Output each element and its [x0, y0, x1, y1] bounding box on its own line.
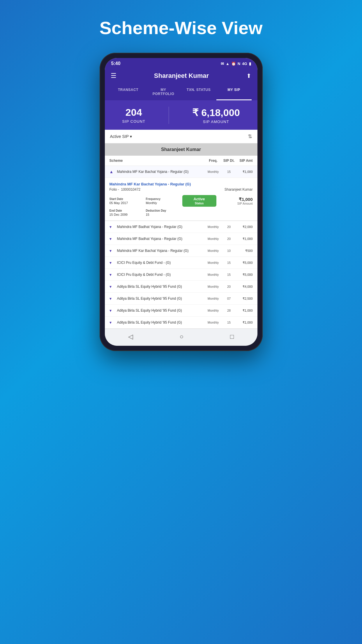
sip-dt: 15 — [223, 170, 236, 173]
deduction-day-value: 15 — [146, 213, 180, 216]
scheme-name: Mahindra MF Badhat Yojana - Regular (G) — [117, 225, 204, 229]
table-row[interactable]: ▾ Aditya Birla SL Equity Hybrid '95 Fund… — [105, 293, 257, 305]
chevron-down-icon: ▾ — [110, 272, 116, 277]
freq: Monthly — [205, 273, 221, 276]
sip-amt: ₹500 — [237, 249, 253, 253]
table-row[interactable]: ▲ Mahindra MF Kar Bachat Yojana - Regula… — [105, 166, 257, 178]
chevron-down-icon: ▾ — [110, 284, 116, 289]
sip-list: ▲ Mahindra MF Kar Bachat Yojana - Regula… — [105, 166, 257, 329]
share-icon[interactable]: ⬆ — [246, 72, 251, 79]
sort-icon[interactable]: ⇅ — [248, 133, 252, 140]
sip-amt: ₹1,000 — [237, 309, 253, 313]
recent-button[interactable]: □ — [230, 333, 234, 341]
sip-stat-divider — [169, 107, 169, 124]
scheme-name: Aditya Birla SL Equity Hybrid '95 Fund (… — [117, 320, 204, 324]
sip-count-value: 204 — [122, 107, 145, 118]
th-scheme: Scheme — [110, 159, 204, 163]
tab-transact[interactable]: TRANSACT — [111, 85, 146, 100]
filter-bar: Active SIP ▾ ⇅ — [105, 130, 257, 143]
header-title: Sharanjeet Kumar — [154, 72, 209, 80]
phone-screen: 5:40 ✉ ▲ ⏰ N 4G ▮ ☰ Sharanjeet Kumar ⬆ T… — [105, 58, 257, 346]
filter-label[interactable]: Active SIP ▾ — [110, 134, 132, 139]
sip-amt: ₹5,000 — [237, 273, 253, 277]
sip-amt: ₹2,500 — [237, 297, 253, 301]
status-time: 5:40 — [111, 61, 121, 66]
th-sip-dt: SIP Dt. — [223, 159, 236, 163]
scheme-name: Mahindra MF Kar Bachat Yojana - Regular … — [117, 170, 204, 174]
scheme-title-expanded: Mahindra MF Kar Bachat Yojana - Regular … — [110, 182, 253, 186]
investor-name-bar: Sharanjeet Kumar — [105, 143, 257, 156]
scheme-name: ICICI Pru Equity & Debt Fund - (G) — [117, 261, 204, 265]
sip-amount-value: ₹ 6,18,000 — [192, 107, 240, 118]
chevron-down-icon: ▾ — [110, 236, 116, 241]
table-row[interactable]: ▾ Aditya Birla SL Equity Hybrid '95 Fund… — [105, 305, 257, 317]
chevron-down-icon: ▾ — [110, 260, 116, 265]
sip-amount-stat: ₹ 6,18,000 SIP AMOUNT — [192, 107, 240, 124]
chevron-up-icon: ▲ — [110, 169, 116, 174]
th-freq: Freq. — [205, 159, 221, 163]
table-row[interactable]: ▾ Mahindra MF Kar Bachat Yojana - Regula… — [105, 245, 257, 257]
freq: Monthly — [205, 285, 221, 288]
table-row[interactable]: ▾ ICICI Pru Equity & Debt Fund - (G) Mon… — [105, 257, 257, 269]
chevron-down-icon: ▾ — [110, 224, 116, 229]
detail-grid: Start Date 05 May 2017 Frequency Monthly… — [110, 195, 253, 216]
signal-icon: 4G — [242, 62, 247, 66]
scheme-name: Mahindra MF Badhat Yojana - Regular (G) — [117, 237, 204, 241]
filter-text: Active SIP — [110, 134, 129, 139]
sip-dt: 20 — [223, 225, 236, 229]
scheme-name: Mahindra MF Kar Bachat Yojana - Regular … — [117, 249, 204, 253]
back-button[interactable]: ◁ — [128, 333, 133, 341]
active-status-text: Active — [186, 197, 213, 201]
chevron-down-icon: ▾ — [110, 308, 116, 313]
app-header: ☰ Sharanjeet Kumar ⬆ TRANSACT MY PORTFOL… — [105, 68, 257, 100]
table-row[interactable]: ▾ Mahindra MF Badhat Yojana - Regular (G… — [105, 233, 257, 245]
battery-icon: ▮ — [249, 62, 251, 66]
alarm-icon: ⏰ — [231, 62, 236, 66]
sip-dt: 07 — [223, 297, 236, 300]
scheme-name: ICICI Pru Equity & Debt Fund - (G) — [117, 273, 204, 277]
sip-dt: 28 — [223, 309, 236, 312]
sip-amt: ₹2,000 — [237, 225, 253, 229]
scheme-name: Aditya Birla SL Equity Hybrid '95 Fund (… — [117, 308, 204, 313]
table-row[interactable]: ▾ Aditya Birla SL Equity Hybrid '95 Fund… — [105, 317, 257, 329]
sip-amount-display: ₹1,000 — [219, 197, 253, 202]
sip-amt: ₹5,000 — [237, 261, 253, 265]
deduction-day-cell: Deduction Day 15 — [146, 209, 180, 216]
end-date-value: 15 Dec 2099 — [110, 213, 144, 216]
freq: Monthly — [205, 309, 221, 312]
sip-summary: 204 SIP COUNT ₹ 6,18,000 SIP AMOUNT — [105, 100, 257, 130]
active-badge: Active Status — [182, 195, 216, 207]
sip-dt: 20 — [223, 237, 236, 241]
table-row[interactable]: ▾ ICICI Pru Equity & Debt Fund - (G) Mon… — [105, 269, 257, 281]
sip-amt: ₹1,000 — [237, 170, 253, 174]
end-date-cell: End Date 15 Dec 2099 — [110, 209, 144, 216]
tab-my-sip[interactable]: MY SIP — [216, 85, 252, 100]
sip-dt: 15 — [223, 273, 236, 276]
start-date-value: 05 May 2017 — [110, 201, 144, 205]
freq: Monthly — [205, 225, 221, 229]
freq: Monthly — [205, 237, 221, 241]
table-row[interactable]: ▾ Aditya Birla SL Equity Hybrid '95 Fund… — [105, 281, 257, 293]
freq: Monthly — [205, 261, 221, 264]
home-button[interactable]: ○ — [180, 333, 183, 341]
tab-txn-status[interactable]: TXN. STATUS — [181, 85, 216, 100]
scheme-name: Aditya Birla SL Equity Hybrid '95 Fund (… — [117, 285, 204, 289]
folio-text: Folio - 1000010472 — [110, 187, 141, 192]
folio-line: Folio - 1000010472 Sharanjeet Kumar — [110, 187, 253, 192]
freq: Monthly — [205, 321, 221, 324]
frequency-label: Frequency — [146, 197, 180, 201]
frequency-cell: Frequency Monthly — [146, 197, 180, 205]
sip-amount-label: SIP AMOUNT — [192, 120, 240, 124]
expanded-detail: Mahindra MF Kar Bachat Yojana - Regular … — [105, 178, 257, 221]
table-row[interactable]: ▾ Mahindra MF Badhat Yojana - Regular (G… — [105, 221, 257, 233]
freq: Monthly — [205, 249, 221, 252]
sip-dt: 15 — [223, 261, 236, 264]
investor-name-detail: Sharanjeet Kumar — [225, 187, 253, 192]
tab-my-portfolio[interactable]: MY PORTFOLIO — [146, 85, 181, 100]
chevron-down-icon: ▾ — [110, 320, 116, 325]
chevron-down-icon: ▾ — [110, 296, 116, 301]
hamburger-icon[interactable]: ☰ — [111, 72, 116, 80]
scheme-name: Aditya Birla SL Equity Hybrid '95 Fund (… — [117, 296, 204, 301]
status-sub-label: Status — [186, 202, 213, 205]
freq: Monthly — [205, 297, 221, 300]
